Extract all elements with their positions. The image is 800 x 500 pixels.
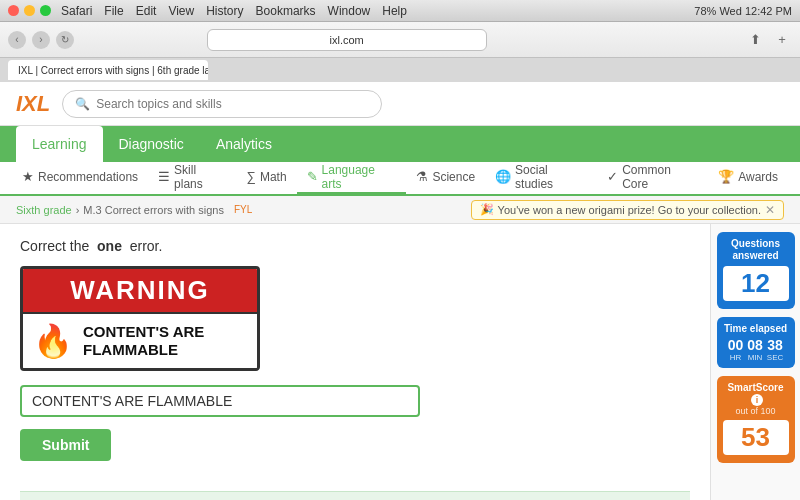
- question-label: Correct the one error.: [20, 238, 690, 254]
- time-elapsed-label: Time elapsed: [721, 323, 791, 335]
- safari-right-controls: ⬆ +: [746, 30, 792, 50]
- subnav-recommendations[interactable]: ★ Recommendations: [12, 161, 148, 195]
- ixl-topbar: IXL 🔍: [0, 82, 800, 126]
- menu-edit[interactable]: Edit: [136, 4, 157, 18]
- search-input[interactable]: [96, 97, 369, 111]
- breadcrumb-tag: FYL: [234, 204, 252, 215]
- menu-history[interactable]: History: [206, 4, 243, 18]
- right-stats-panel: Questions answered 12 Time elapsed 00 HR…: [710, 224, 800, 500]
- subnav-awards[interactable]: 🏆 Awards: [708, 161, 788, 195]
- breadcrumb-separator: ›: [76, 204, 80, 216]
- battery-wifi-clock: 78% Wed 12:42 PM: [694, 5, 792, 17]
- science-icon: ⚗: [416, 169, 428, 184]
- address-text: ixl.com: [330, 34, 364, 46]
- safari-toolbar: ‹ › ↻ ixl.com ⬆ +: [0, 22, 800, 58]
- recommendations-icon: ★: [22, 169, 34, 184]
- subnav-language-arts-label: Language arts: [322, 163, 397, 191]
- time-min-value: 08: [747, 337, 763, 353]
- subnav-science[interactable]: ⚗ Science: [406, 161, 485, 195]
- instruction-prefix: Correct the: [20, 238, 89, 254]
- smart-score-box: SmartScore i out of 100 53: [717, 376, 795, 463]
- prize-close-button[interactable]: ✕: [765, 203, 775, 217]
- subnav-skill-plans[interactable]: ☰ Skill plans: [148, 161, 237, 195]
- menu-bookmarks[interactable]: Bookmarks: [256, 4, 316, 18]
- forward-button[interactable]: ›: [32, 31, 50, 49]
- nav-learning-label: Learning: [32, 136, 87, 152]
- time-hr-label: HR: [728, 353, 744, 362]
- ixl-logo: IXL: [16, 91, 50, 117]
- subnav-social-studies-label: Social studies: [515, 163, 587, 191]
- time-elapsed-box: Time elapsed 00 HR 08 MIN 38 SEC: [717, 317, 795, 368]
- prize-icon: 🎉: [480, 203, 494, 216]
- subnav-recommendations-label: Recommendations: [38, 170, 138, 184]
- menu-view[interactable]: View: [168, 4, 194, 18]
- menu-window[interactable]: Window: [328, 4, 371, 18]
- mac-menu-bar[interactable]: Safari File Edit View History Bookmarks …: [61, 4, 407, 18]
- minimize-button[interactable]: [24, 5, 35, 16]
- menu-help[interactable]: Help: [382, 4, 407, 18]
- breadcrumb-current: M.3 Correct errors with signs: [83, 204, 224, 216]
- questions-answered-value: 12: [723, 266, 789, 301]
- warning-line1: CONTENT'S ARE: [83, 323, 204, 341]
- emphasis-text: one: [97, 238, 122, 254]
- instruction-suffix: error.: [130, 238, 163, 254]
- subnav-common-core[interactable]: ✓ Common Core: [597, 161, 708, 195]
- address-bar[interactable]: ixl.com: [207, 29, 487, 51]
- smart-score-label-text: SmartScore: [727, 382, 783, 393]
- refresh-button[interactable]: ↻: [56, 31, 74, 49]
- time-sec-value: 38: [767, 337, 783, 353]
- time-sec-label: SEC: [767, 353, 783, 362]
- mac-window-controls[interactable]: [8, 5, 51, 16]
- subnav-skill-plans-label: Skill plans: [174, 163, 227, 191]
- smart-score-label: SmartScore i: [721, 382, 791, 406]
- subnav-awards-label: Awards: [738, 170, 778, 184]
- nav-diagnostic-label: Diagnostic: [119, 136, 184, 152]
- browser-tab-bar: IXL | Correct errors with signs | 6th gr…: [0, 58, 800, 82]
- subnav-science-label: Science: [432, 170, 475, 184]
- language-arts-icon: ✎: [307, 169, 318, 184]
- nav-item-learning[interactable]: Learning: [16, 126, 103, 162]
- flame-icon: 🔥: [33, 322, 73, 360]
- tab-title: IXL | Correct errors with signs | 6th gr…: [18, 65, 208, 76]
- subnav-math-label: Math: [260, 170, 287, 184]
- search-icon: 🔍: [75, 97, 90, 111]
- common-core-icon: ✓: [607, 169, 618, 184]
- time-display: 00 HR 08 MIN 38 SEC: [721, 337, 791, 362]
- maximize-button[interactable]: [40, 5, 51, 16]
- smart-score-value: 53: [723, 420, 789, 455]
- nav-analytics-label: Analytics: [216, 136, 272, 152]
- share-icon[interactable]: ⬆: [746, 30, 766, 50]
- answer-input[interactable]: [20, 385, 420, 417]
- time-min-cell: 08 MIN: [747, 337, 763, 362]
- questions-answered-box: Questions answered 12: [717, 232, 795, 309]
- menu-file[interactable]: File: [104, 4, 123, 18]
- subnav-math[interactable]: ∑ Math: [237, 161, 297, 195]
- submit-button[interactable]: Submit: [20, 429, 111, 461]
- close-button[interactable]: [8, 5, 19, 16]
- search-box[interactable]: 🔍: [62, 90, 382, 118]
- mac-titlebar: Safari File Edit View History Bookmarks …: [0, 0, 800, 22]
- ixl-main-nav: Learning Diagnostic Analytics: [0, 126, 800, 162]
- prize-notice: 🎉 You've won a new origami prize! Go to …: [471, 200, 784, 220]
- ixl-app: IXL 🔍 Learning Diagnostic Analytics ★ Re…: [0, 82, 800, 500]
- nav-item-analytics[interactable]: Analytics: [200, 126, 288, 162]
- math-icon: ∑: [247, 169, 256, 184]
- time-hr-value: 00: [728, 337, 744, 353]
- subnav-language-arts[interactable]: ✎ Language arts: [297, 161, 407, 195]
- new-tab-icon[interactable]: +: [772, 30, 792, 50]
- main-content: Correct the one error. WARNING 🔥 CONTENT…: [0, 224, 800, 500]
- smart-score-info-icon[interactable]: i: [751, 394, 763, 406]
- menu-safari[interactable]: Safari: [61, 4, 92, 18]
- active-tab[interactable]: IXL | Correct errors with signs | 6th gr…: [8, 60, 208, 80]
- questions-answered-label: Questions answered: [721, 238, 791, 262]
- warning-text: CONTENT'S ARE FLAMMABLE: [83, 323, 204, 359]
- ixl-subnav: ★ Recommendations ☰ Skill plans ∑ Math ✎…: [0, 162, 800, 196]
- back-button[interactable]: ‹: [8, 31, 26, 49]
- breadcrumb-parent[interactable]: Sixth grade: [16, 204, 72, 216]
- smart-score-sub: out of 100: [721, 406, 791, 416]
- nav-item-diagnostic[interactable]: Diagnostic: [103, 126, 200, 162]
- subnav-social-studies[interactable]: 🌐 Social studies: [485, 161, 597, 195]
- skill-plans-icon: ☰: [158, 169, 170, 184]
- breadcrumb: Sixth grade › M.3 Correct errors with si…: [0, 196, 800, 224]
- work-it-out-section: Work it out Not feeling ready yet? These…: [20, 491, 690, 500]
